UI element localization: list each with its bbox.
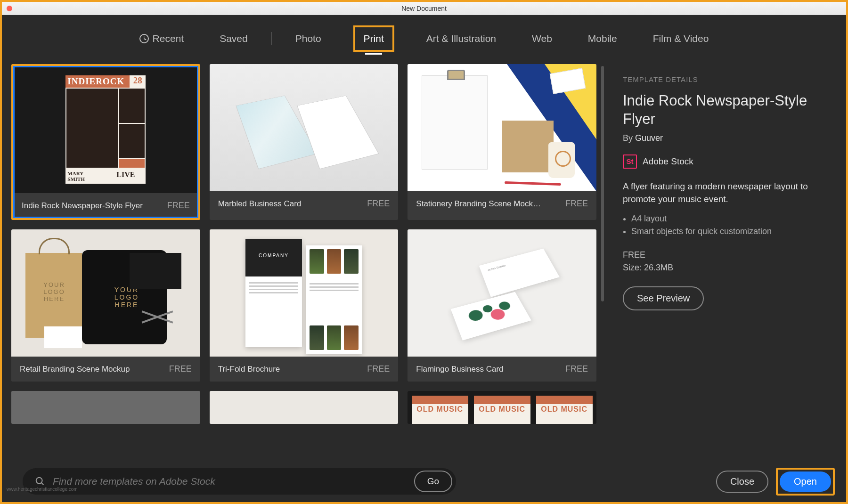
search-icon [35, 476, 45, 487]
details-panel: TEMPLATE DETAILS Indie Rock Newspaper-St… [606, 62, 846, 504]
template-title: Flamingo Business Card [416, 365, 503, 374]
tab-separator [271, 32, 272, 45]
see-preview-button[interactable]: See Preview [623, 286, 704, 310]
template-price: FREE [167, 201, 190, 211]
template-card[interactable]: Stationery Branding Scene Mock… FREE [408, 64, 596, 220]
tab-recent[interactable]: Recent [136, 31, 188, 46]
action-buttons: Close Open [716, 468, 835, 496]
template-footer: Tri-Fold Brochure FREE [210, 357, 399, 382]
content-area: INDIEROCK 28 [2, 62, 846, 504]
search-input[interactable] [53, 476, 407, 487]
template-footer: Marbled Business Card FREE [210, 191, 399, 216]
template-card[interactable]: John Smith Flamingo Business Card FREE [408, 229, 596, 382]
template-footer: Flamingo Business Card FREE [408, 357, 596, 382]
go-button[interactable]: Go [414, 471, 452, 492]
poster-date: 28 [130, 75, 146, 88]
template-thumbnail: COMPANY [210, 229, 399, 357]
details-bullets: A4 layout Smart objects for quick custom… [631, 212, 829, 239]
template-footer: Stationery Branding Scene Mock… FREE [408, 191, 596, 216]
template-grid: INDIEROCK 28 [11, 64, 596, 424]
details-price: FREE [623, 249, 829, 261]
tab-print[interactable]: Print [353, 25, 394, 52]
template-thumbnail [408, 64, 596, 191]
details-bullet: Smart objects for quick customization [631, 225, 829, 238]
template-title: Marbled Business Card [218, 199, 302, 209]
template-card[interactable] [408, 391, 596, 424]
poster-live: LIVE [106, 169, 146, 184]
tab-saved[interactable]: Saved [216, 31, 252, 46]
template-thumbnail [210, 64, 399, 191]
window-title: New Document [401, 5, 447, 12]
template-thumbnail: YOUR LOGO HERE YOUR LOGO HERE [11, 229, 200, 357]
template-thumbnail: John Smith [408, 229, 596, 357]
tab-film-video[interactable]: Film & Video [649, 31, 713, 46]
template-thumbnail [11, 391, 200, 424]
template-price: FREE [169, 364, 192, 374]
poster-brand: INDIEROCK [65, 75, 130, 88]
search-pill: Go [23, 468, 456, 495]
template-footer: Indie Rock Newspaper-Style Flyer FREE [13, 193, 198, 218]
close-button[interactable]: Close [716, 471, 768, 493]
template-thumbnail [408, 391, 596, 424]
details-description: A flyer featuring a modern newspaper lay… [623, 180, 829, 206]
template-price: FREE [565, 364, 588, 374]
svg-line-1 [41, 483, 44, 485]
tab-photo[interactable]: Photo [292, 31, 325, 46]
details-title: Indie Rock Newspaper-Style Flyer [623, 92, 829, 129]
template-card[interactable]: INDIEROCK 28 [11, 64, 200, 220]
template-title: Indie Rock Newspaper-Style Flyer [22, 201, 143, 211]
details-bullet: A4 layout [631, 212, 829, 226]
watermark: www.heritagechristiancollege.com [7, 487, 78, 492]
scrollbar[interactable] [601, 66, 604, 301]
template-title: Tri-Fold Brochure [218, 365, 280, 374]
template-price: FREE [367, 364, 390, 374]
clock-icon [139, 34, 149, 43]
category-tabs: Recent Saved Photo Print Art & Illustrat… [2, 15, 846, 62]
tab-mobile[interactable]: Mobile [584, 31, 621, 46]
indie-poster: INDIEROCK 28 [65, 75, 146, 184]
details-size: Size: 26.3MB [623, 261, 829, 274]
template-card[interactable] [210, 391, 399, 424]
template-thumbnail [210, 391, 399, 424]
tab-label: Recent [153, 33, 184, 44]
details-meta: FREE Size: 26.3MB [623, 249, 829, 274]
template-thumbnail: INDIEROCK 28 [13, 66, 198, 193]
traffic-lights [7, 6, 12, 11]
details-author: By Guuver [623, 133, 829, 143]
template-price: FREE [367, 199, 390, 209]
titlebar: New Document [2, 2, 846, 15]
template-grid-container: INDIEROCK 28 [2, 62, 606, 504]
template-footer: Retail Branding Scene Mockup FREE [11, 357, 200, 382]
template-title: Stationery Branding Scene Mock… [416, 199, 541, 209]
template-card[interactable]: YOUR LOGO HERE YOUR LOGO HERE Retail Bra… [11, 229, 200, 382]
svg-point-0 [36, 478, 42, 484]
poster-artist: MARYSMITH [65, 169, 106, 184]
tab-art-illustration[interactable]: Art & Illustration [423, 31, 500, 46]
open-button[interactable]: Open [780, 471, 831, 492]
bottom-bar: Go Close Open [4, 463, 844, 500]
open-button-highlight: Open [776, 468, 835, 496]
template-card[interactable]: Marbled Business Card FREE [210, 64, 399, 220]
tab-web[interactable]: Web [528, 31, 556, 46]
template-price: FREE [565, 199, 588, 209]
template-card[interactable] [11, 391, 200, 424]
template-card[interactable]: COMPANY Tri-Fold Brochure FREE [210, 229, 399, 382]
template-title: Retail Branding Scene Mockup [20, 365, 130, 374]
adobe-stock-label: Adobe Stock [643, 156, 693, 167]
details-heading: TEMPLATE DETAILS [623, 75, 829, 83]
adobe-stock-row[interactable]: St Adobe Stock [623, 154, 829, 169]
close-window-icon[interactable] [7, 6, 12, 11]
adobe-stock-icon: St [623, 154, 637, 169]
